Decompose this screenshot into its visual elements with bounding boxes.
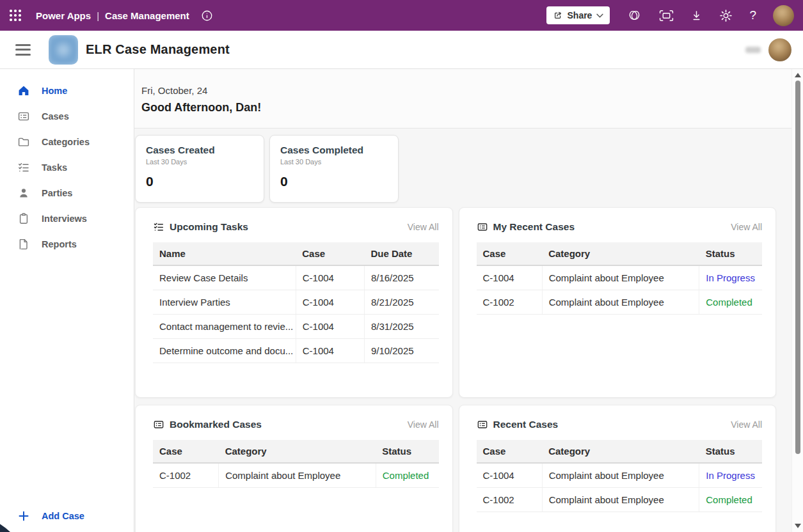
- sidebar-item-tasks[interactable]: Tasks: [0, 155, 134, 180]
- sidebar-item-categories[interactable]: Categories: [0, 129, 134, 155]
- due-date-cell: 8/16/2025: [364, 265, 438, 290]
- stat-value: 0: [146, 174, 253, 189]
- recent-cases-panel: Recent Cases View All Case Category Stat…: [459, 405, 777, 532]
- view-all-link[interactable]: View All: [408, 222, 439, 232]
- download-icon[interactable]: [690, 10, 703, 22]
- case-cell: C-1004: [477, 265, 543, 290]
- column-header: Status: [699, 242, 762, 265]
- table-header-row: Name Case Due Date: [153, 242, 439, 265]
- hamburger-icon[interactable]: [15, 44, 31, 56]
- panel-title: Upcoming Tasks: [170, 221, 248, 233]
- case-cell: C-1004: [477, 463, 543, 488]
- app-window: Power Apps | Case Management Share: [0, 0, 803, 532]
- chevron-down-icon: [596, 13, 603, 18]
- table-row[interactable]: Contact management to revie... C-1004 8/…: [153, 315, 439, 339]
- table-row[interactable]: Review Case Details C-1004 8/16/2025: [153, 265, 439, 290]
- view-all-link[interactable]: View All: [731, 419, 762, 430]
- sidebar-item-home[interactable]: Home: [0, 78, 134, 104]
- user-name-blurred: [745, 47, 761, 53]
- sidebar-nav: Home Cases Categories: [0, 69, 134, 532]
- user-avatar[interactable]: [773, 5, 794, 26]
- home-icon: [17, 84, 30, 97]
- product-title: Power Apps | Case Management: [36, 10, 189, 21]
- add-case-button[interactable]: Add Case: [17, 510, 84, 522]
- sidebar-item-label: Tasks: [42, 162, 67, 173]
- sidebar-item-label: Categories: [42, 137, 90, 147]
- upcoming-tasks-table: Name Case Due Date Review Case Details C…: [153, 242, 439, 363]
- category-cell: Complaint about Employee: [542, 463, 699, 488]
- help-glyph: ?: [749, 8, 756, 22]
- sidebar-item-label: Parties: [42, 188, 72, 198]
- upcoming-tasks-panel: Upcoming Tasks View All Name Case Due Da…: [135, 207, 453, 398]
- scroll-down-arrow[interactable]: [795, 524, 801, 528]
- folder-icon: [17, 136, 30, 148]
- scrollbar: [791, 69, 803, 532]
- table-row[interactable]: C-1002 Complaint about Employee Complete…: [153, 463, 439, 488]
- due-date-cell: 8/31/2025: [364, 315, 438, 339]
- panels-grid: Upcoming Tasks View All Name Case Due Da…: [135, 207, 776, 532]
- case-cell: C-1002: [153, 463, 219, 488]
- task-name-cell: Review Case Details: [153, 265, 296, 290]
- share-button[interactable]: Share: [546, 6, 610, 24]
- column-header: Case: [153, 440, 219, 463]
- category-cell: Complaint about Employee: [542, 488, 699, 512]
- column-header: Case: [296, 242, 364, 265]
- sidebar-item-interviews[interactable]: Interviews: [0, 206, 134, 231]
- fit-screen-icon[interactable]: [659, 10, 674, 22]
- column-header: Category: [542, 440, 699, 463]
- column-header: Case: [477, 440, 543, 463]
- sidebar-item-cases[interactable]: Cases: [0, 104, 134, 129]
- table-row[interactable]: Interview Parties C-1004 8/21/2025: [153, 290, 439, 315]
- stat-subtitle: Last 30 Days: [280, 158, 388, 166]
- status-badge: In Progress: [699, 463, 762, 488]
- app-logo: [49, 35, 78, 65]
- greeting-date: Fri, October, 24: [141, 85, 791, 96]
- table-header-row: Case Category Status: [477, 242, 763, 265]
- table-row[interactable]: Determine outcome and docu... C-1004 9/1…: [153, 339, 439, 363]
- table-row[interactable]: C-1002 Complaint about Employee Complete…: [477, 488, 763, 512]
- topbar-actions: Share: [546, 5, 795, 26]
- checklist-icon: [153, 221, 164, 233]
- column-header: Status: [699, 440, 762, 463]
- case-cell: C-1004: [296, 339, 364, 363]
- panel-title: My Recent Cases: [493, 221, 575, 233]
- info-icon[interactable]: [201, 10, 213, 22]
- cases-icon: [17, 110, 30, 123]
- sidebar-item-reports[interactable]: Reports: [0, 231, 134, 257]
- table-row[interactable]: C-1004 Complaint about Employee In Progr…: [477, 265, 763, 290]
- table-row[interactable]: C-1002 Complaint about Employee Complete…: [477, 290, 763, 315]
- column-header: Case: [477, 242, 543, 265]
- app-header-right: [745, 38, 791, 61]
- view-all-link[interactable]: View All: [408, 419, 439, 430]
- sidebar-item-parties[interactable]: Parties: [0, 180, 134, 206]
- main-content: Fri, October, 24 Good Afternoon, Dan! Ca…: [134, 69, 791, 532]
- stat-subtitle: Last 30 Days: [146, 158, 253, 166]
- scrollbar-thumb[interactable]: [795, 81, 800, 454]
- clipboard-icon: [17, 212, 30, 225]
- sidebar-item-label: Cases: [42, 111, 69, 121]
- stat-card-cases-created: Cases Created Last 30 Days 0: [135, 135, 264, 203]
- page-title: ELR Case Management: [86, 42, 230, 57]
- help-icon[interactable]: ?: [749, 8, 756, 22]
- case-cell: C-1002: [477, 290, 543, 315]
- case-cell: C-1004: [296, 265, 364, 290]
- due-date-cell: 8/21/2025: [364, 290, 438, 315]
- scroll-up-arrow[interactable]: [795, 73, 801, 77]
- panel-title: Recent Cases: [493, 419, 559, 430]
- task-name-cell: Contact management to revie...: [153, 315, 296, 339]
- column-header: Category: [219, 440, 376, 463]
- status-badge: Completed: [699, 488, 762, 512]
- stats-row: Cases Created Last 30 Days 0 Cases Compl…: [135, 135, 791, 203]
- app-header: ELR Case Management: [0, 31, 803, 69]
- case-cell: C-1004: [296, 290, 364, 315]
- checklist-icon: [17, 161, 30, 174]
- settings-icon[interactable]: [719, 9, 733, 22]
- waffle-icon[interactable]: [8, 8, 23, 23]
- category-cell: Complaint about Employee: [542, 290, 699, 315]
- bookmarked-cases-panel: Bookmarked Cases View All Case Category …: [135, 405, 453, 532]
- product-topbar: Power Apps | Case Management Share: [0, 0, 803, 31]
- table-row[interactable]: C-1004 Complaint about Employee In Progr…: [477, 463, 763, 488]
- copilot-icon[interactable]: [626, 8, 642, 22]
- view-all-link[interactable]: View All: [731, 222, 762, 232]
- profile-avatar[interactable]: [768, 38, 791, 61]
